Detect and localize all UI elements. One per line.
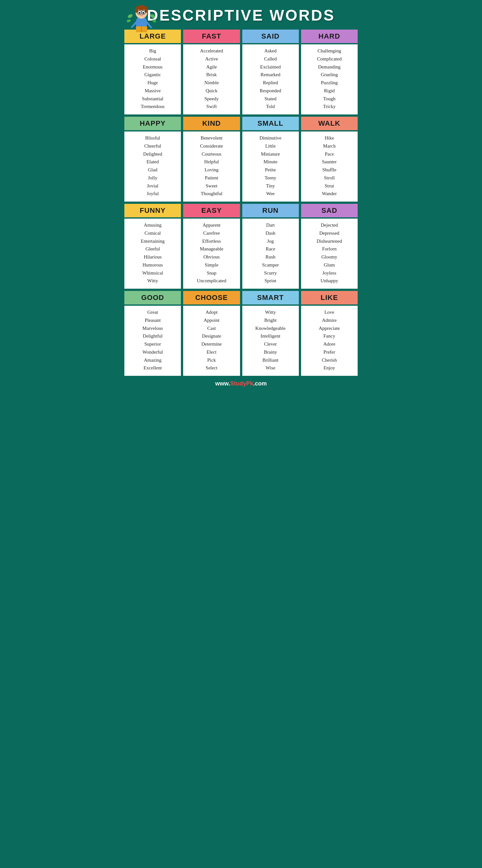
- word-item: Adore: [302, 340, 356, 348]
- word-item: Saunter: [302, 158, 356, 166]
- cell-body-choose: AdoptAppointCastDesignateDetermineElectP…: [183, 305, 240, 376]
- page: DESCRIPTIVE WORDS LARGEBigColossalEnormo…: [121, 0, 361, 393]
- word-cell-choose: CHOOSEAdoptAppointCastDesignateDetermine…: [183, 290, 240, 376]
- word-cell-kind: KINDBenevolentConsiderateCourteousHelpfu…: [183, 116, 240, 202]
- word-item: Exclaimed: [244, 63, 297, 71]
- svg-point-15: [127, 13, 133, 19]
- footer-suffix: .com: [253, 380, 267, 387]
- word-item: Huge: [126, 79, 180, 87]
- cell-body-like: LoveAdmireAppreciateFancyAdorePreferCher…: [300, 305, 358, 376]
- word-item: Great: [126, 308, 180, 316]
- word-cell-like: LIKELoveAdmireAppreciateFancyAdorePrefer…: [300, 290, 358, 376]
- word-item: Fancy: [302, 332, 356, 340]
- word-item: Active: [185, 55, 238, 63]
- word-item: Grueling: [302, 71, 356, 79]
- word-item: Comical: [126, 229, 180, 237]
- word-item: Blissful: [126, 134, 180, 142]
- cell-body-easy: ApparentCarefreeEffortlessManageableObvi…: [183, 218, 240, 289]
- cell-header-run: RUN: [242, 203, 299, 218]
- word-item: Helpful: [185, 158, 238, 166]
- word-item: Rush: [244, 253, 297, 261]
- word-item: Cheerful: [126, 142, 180, 150]
- word-item: Amusing: [126, 221, 180, 229]
- word-cell-funny: FUNNYAmusingComicalEntertainingGleefulHi…: [124, 203, 182, 289]
- cell-body-small: DiminutiveLittleMiniatureMinutePetiteTee…: [242, 131, 299, 202]
- cell-header-happy: HAPPY: [124, 116, 182, 131]
- cell-header-smart: SMART: [242, 290, 299, 305]
- word-item: Appoint: [185, 316, 238, 324]
- word-item: Intelligent: [244, 332, 297, 340]
- word-item: Manageable: [185, 245, 238, 253]
- word-item: Tiny: [244, 182, 297, 190]
- cell-header-good: GOOD: [124, 290, 182, 305]
- cell-header-easy: EASY: [183, 203, 240, 218]
- word-item: Called: [244, 55, 297, 63]
- svg-point-16: [150, 13, 156, 19]
- word-item: Petite: [244, 166, 297, 174]
- svg-point-7: [138, 12, 140, 14]
- word-item: Glum: [302, 261, 356, 269]
- word-cell-smart: SMARTWittyBrightKnowledgeableIntelligent…: [242, 290, 299, 376]
- word-item: Rigid: [302, 87, 356, 95]
- word-item: Sweet: [185, 182, 238, 190]
- word-item: Jog: [244, 237, 297, 245]
- word-item: Adopt: [185, 308, 238, 316]
- word-item: Whimsical: [126, 269, 180, 277]
- cell-header-funny: FUNNY: [124, 203, 182, 218]
- word-item: Dejected: [302, 221, 356, 229]
- word-item: Stroll: [302, 174, 356, 182]
- word-item: Tough: [302, 95, 356, 103]
- word-item: Cherish: [302, 356, 356, 364]
- cell-body-said: AskedCalledExclaimedRemarkedRepliedRespo…: [242, 44, 299, 115]
- cell-body-good: GreatPleasantMarvelousDelightfulSuperior…: [124, 305, 182, 376]
- word-item: Simple: [185, 261, 238, 269]
- word-item: Demanding: [302, 63, 356, 71]
- word-cell-small: SMALLDiminutiveLittleMiniatureMinutePeti…: [242, 116, 299, 202]
- word-item: Determine: [185, 340, 238, 348]
- word-item: Appreciate: [302, 324, 356, 333]
- word-cell-large: LARGEBigColossalEnormousGiganticHugeMass…: [124, 29, 182, 115]
- word-item: Superior: [126, 340, 180, 348]
- page-title: DESCRIPTIVE WORDS: [147, 6, 335, 24]
- word-item: Agile: [185, 63, 238, 71]
- word-cell-happy: HAPPYBlissfulCheerfulDelightedElatedGlad…: [124, 116, 182, 202]
- word-item: Hike: [302, 134, 356, 142]
- word-item: Sprint: [244, 277, 297, 285]
- word-item: Patient: [185, 174, 238, 182]
- word-item: Marvelous: [126, 324, 180, 333]
- cell-body-walk: HikeMarchPaceSaunterShuffleStrollStrutWa…: [300, 131, 358, 202]
- word-item: Shuffle: [302, 166, 356, 174]
- cell-body-smart: WittyBrightKnowledgeableIntelligentCleve…: [242, 305, 299, 376]
- cell-body-funny: AmusingComicalEntertainingGleefulHilario…: [124, 218, 182, 289]
- word-item: Race: [244, 245, 297, 253]
- word-item: Apparent: [185, 221, 238, 229]
- word-cell-run: RUNDartDashJogRaceRushScamperScurrySprin…: [242, 203, 299, 289]
- word-item: Tricky: [302, 102, 356, 111]
- word-item: Challenging: [302, 47, 356, 55]
- footer: www.StudyPk.com: [124, 376, 358, 390]
- word-item: Colossal: [126, 55, 180, 63]
- word-item: Loving: [185, 166, 238, 174]
- word-item: Carefree: [185, 229, 238, 237]
- word-item: Gigantic: [126, 71, 180, 79]
- word-item: Diminutive: [244, 134, 297, 142]
- word-cell-good: GOODGreatPleasantMarvelousDelightfulSupe…: [124, 290, 182, 376]
- word-item: Stated: [244, 95, 297, 103]
- word-item: Joyless: [302, 269, 356, 277]
- word-item: Substantial: [126, 95, 180, 103]
- cell-body-happy: BlissfulCheerfulDelightedElatedGladJolly…: [124, 131, 182, 202]
- word-item: Forlorn: [302, 245, 356, 253]
- word-item: Wee: [244, 190, 297, 198]
- word-item: Select: [185, 364, 238, 372]
- svg-point-18: [152, 19, 156, 23]
- word-item: Scurry: [244, 269, 297, 277]
- word-cell-fast: FASTAcceleratedActiveAgileBriskNimbleQui…: [183, 29, 240, 115]
- word-item: Delightful: [126, 332, 180, 340]
- word-item: Cast: [185, 324, 238, 333]
- word-item: Entertaining: [126, 237, 180, 245]
- word-item: Wise: [244, 364, 297, 372]
- word-cell-hard: HARDChallengingComplicatedDemandingGruel…: [300, 29, 358, 115]
- word-item: Thoughtful: [185, 190, 238, 198]
- word-item: Uncomplicated: [185, 277, 238, 285]
- word-item: Benevolent: [185, 134, 238, 142]
